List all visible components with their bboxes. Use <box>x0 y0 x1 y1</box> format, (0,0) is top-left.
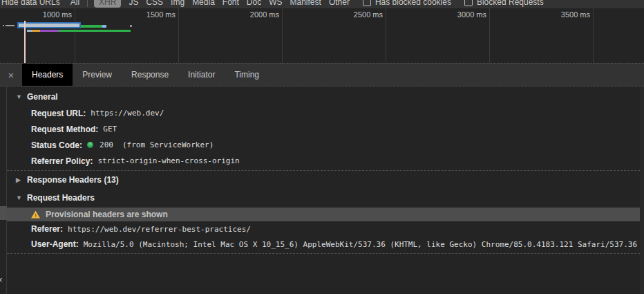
filter-img[interactable]: Img <box>171 0 184 7</box>
checkbox-icon[interactable] <box>464 0 473 6</box>
response-headers-title: Response Headers (13) <box>27 175 119 185</box>
waterfall-long-green-bar <box>59 30 131 32</box>
tab-headers[interactable]: Headers <box>22 64 73 86</box>
blocked-requests-checkbox[interactable]: Blocked Requests <box>464 0 544 7</box>
request-method-label: Request Method: <box>31 125 98 134</box>
status-code-value: 200 <box>100 140 113 149</box>
referrer-policy-label: Referrer Policy: <box>31 156 93 166</box>
load-event-line <box>24 21 26 63</box>
triangle-down-icon: ▼ <box>16 194 22 201</box>
request-url-label: Request URL: <box>31 109 86 118</box>
provisional-headers-text: Provisional headers are shown <box>46 210 168 219</box>
tab-response[interactable]: Response <box>122 64 178 86</box>
request-url-row: Request URL: https://web.dev/ <box>7 105 640 121</box>
waterfall-blue-segment <box>102 25 106 28</box>
filter-xhr-selected[interactable]: XHR <box>94 0 121 8</box>
devtools-network-panel: Hide data URLs All XHR JS CSS Img Media … <box>0 0 644 294</box>
filter-css[interactable]: CSS <box>146 0 163 7</box>
vertical-scrollbar[interactable] <box>640 86 644 294</box>
tick-1000ms: 1000 ms <box>43 10 72 19</box>
request-detail-tabbar: × Headers Preview Response Initiator Tim… <box>0 63 644 86</box>
request-headers-title: Request Headers <box>27 193 95 203</box>
tick-3000ms: 3000 ms <box>457 10 486 19</box>
filter-font[interactable]: Font <box>222 0 239 7</box>
tab-timing[interactable]: Timing <box>225 64 269 86</box>
request-method-row: Request Method: GET <box>7 121 640 137</box>
request-table-row-fragment <box>0 206 7 220</box>
status-code-label: Status Code: <box>31 140 82 150</box>
triangle-right-icon: ▶ <box>16 176 22 183</box>
request-table-edge: × <box>0 86 7 294</box>
filter-ws[interactable]: WS <box>269 0 282 7</box>
waterfall-yellow-bar <box>32 30 40 32</box>
referer-row: Referer: https://web.dev/referrer-best-p… <box>7 221 640 237</box>
gridline <box>386 8 386 63</box>
tab-initiator[interactable]: Initiator <box>178 64 225 86</box>
general-section-title: General <box>27 92 58 102</box>
gridline <box>282 8 283 63</box>
checkbox-icon[interactable] <box>363 0 371 6</box>
tick-2000ms: 2000 ms <box>250 10 279 19</box>
user-agent-row: User-Agent: Mozilla/5.0 (Macintosh; Inte… <box>7 237 640 252</box>
network-filter-bar: Hide data URLs All XHR JS CSS Img Media … <box>0 0 644 8</box>
filter-manifest[interactable]: Manifest <box>290 0 321 7</box>
blocked-requests-label: Blocked Requests <box>477 0 544 7</box>
waterfall-green-bar <box>81 25 102 28</box>
gridline <box>178 8 179 63</box>
has-blocked-cookies-checkbox[interactable]: Has blocked cookies <box>363 0 451 7</box>
network-overview-timeline[interactable]: 1000 ms 1500 ms 2000 ms 2500 ms 3000 ms … <box>0 8 644 63</box>
gridline <box>489 8 490 63</box>
triangle-down-icon: ▼ <box>16 93 22 100</box>
response-headers-section-header[interactable]: ▶ Response Headers (13) <box>7 171 640 189</box>
request-method-value: GET <box>103 125 117 134</box>
request-url-value: https://web.dev/ <box>91 109 164 118</box>
filter-other[interactable]: Other <box>329 0 350 7</box>
clipped-glyph: × <box>0 275 3 285</box>
close-detail-button[interactable]: × <box>0 64 22 86</box>
user-agent-label: User-Agent: <box>31 239 79 249</box>
referrer-policy-row: Referrer Policy: strict-origin-when-cros… <box>7 153 640 169</box>
general-section-header[interactable]: ▼ General <box>7 89 640 105</box>
waterfall-blue-bar <box>27 30 32 32</box>
status-green-dot-icon <box>87 142 93 148</box>
warning-triangle-icon: ! <box>31 211 40 219</box>
section-separator <box>7 253 640 254</box>
referer-label: Referer: <box>31 224 63 234</box>
has-blocked-cookies-label: Has blocked cookies <box>375 0 451 7</box>
filter-divider <box>87 0 88 7</box>
selected-request-bar <box>17 22 81 28</box>
waterfall-purple-bar <box>40 30 59 32</box>
referer-value: https://web.dev/referrer-best-practices/ <box>68 225 251 234</box>
provisional-headers-warning: ! Provisional headers are shown <box>7 208 640 221</box>
filter-doc[interactable]: Doc <box>247 0 261 7</box>
filter-all[interactable]: All <box>70 0 79 7</box>
tick-2500ms: 2500 ms <box>354 10 383 19</box>
filter-js[interactable]: JS <box>129 0 138 7</box>
waterfall-end-dot <box>130 25 132 27</box>
request-headers-section-header[interactable]: ▼ Request Headers <box>7 189 640 207</box>
tick-3500ms: 3500 ms <box>561 10 590 19</box>
filter-media[interactable]: Media <box>192 0 215 7</box>
hide-data-urls-toggle[interactable]: Hide data URLs <box>1 0 60 7</box>
tick-1500ms: 1500 ms <box>146 10 176 19</box>
waterfall-queue-bar <box>6 25 15 26</box>
status-code-row: Status Code: 200 (from ServiceWorker) <box>7 137 640 153</box>
status-code-note: (from ServiceWorker) <box>122 140 214 149</box>
waterfall-start-dot <box>3 25 4 26</box>
user-agent-value: Mozilla/5.0 (Macintosh; Intel Mac OS X 1… <box>84 240 637 249</box>
gridline <box>75 8 75 63</box>
referrer-policy-value: strict-origin-when-cross-origin <box>97 156 239 165</box>
tab-preview[interactable]: Preview <box>73 64 122 86</box>
headers-pane: ▼ General Request URL: https://web.dev/ … <box>7 86 640 294</box>
gridline <box>593 8 594 63</box>
